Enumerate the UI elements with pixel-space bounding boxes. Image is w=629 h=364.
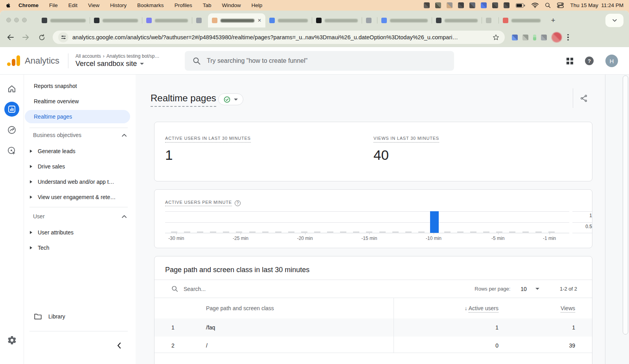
extension-icon-2[interactable] — [522, 35, 528, 40]
browser-tab-2[interactable] — [90, 13, 142, 27]
table-search-input[interactable]: Search... — [171, 285, 206, 292]
breadcrumb-all-accounts[interactable]: All accounts — [75, 53, 101, 59]
expand-arrow-icon[interactable] — [30, 180, 32, 183]
ga-search-bar[interactable]: Try searching "how to create funnel" — [185, 51, 454, 71]
menubar-item-file[interactable]: File — [49, 2, 58, 8]
menubar-item-view[interactable]: View — [88, 2, 99, 8]
browser-tab-1[interactable] — [38, 13, 90, 27]
status-app-icon-8[interactable] — [504, 2, 509, 8]
breadcrumb-account[interactable]: Analytics testing bot/sp… — [107, 53, 160, 59]
control-center-icon[interactable] — [557, 2, 564, 8]
explore-icon[interactable] — [4, 123, 19, 137]
browser-menu-icon[interactable] — [567, 34, 569, 41]
browser-tab-3[interactable] — [142, 13, 192, 27]
spotlight-search-icon[interactable] — [545, 2, 551, 8]
advertising-icon[interactable] — [4, 143, 19, 158]
browser-tab-6[interactable] — [265, 13, 312, 27]
table-row-1[interactable]: 1/faq11 — [154, 318, 592, 337]
extension-icon-1[interactable] — [512, 35, 518, 40]
sidebar-item-drive-sales[interactable]: Drive sales — [30, 163, 65, 170]
sidebar-item-realtime-overview[interactable]: Realtime overview — [25, 95, 130, 108]
home-icon[interactable] — [4, 81, 19, 96]
expand-arrow-icon[interactable] — [30, 246, 32, 249]
sidebar-item-understand-web-and-or-app-t-[interactable]: Understand web and/or app t… — [30, 179, 114, 185]
rows-per-page-value[interactable]: 10 — [520, 286, 527, 292]
browser-tab-4[interactable] — [192, 13, 208, 27]
expand-arrow-icon[interactable] — [30, 196, 32, 199]
admin-gear-icon[interactable] — [4, 333, 19, 348]
address-bar[interactable]: analytics.google.com/analytics/web/?auth… — [53, 31, 505, 44]
extension-icons[interactable] — [512, 32, 562, 42]
expand-arrow-icon[interactable] — [30, 231, 32, 234]
tab-close-icon[interactable]: ✕ — [257, 18, 261, 23]
forward-button[interactable] — [20, 32, 31, 43]
browser-tab-10[interactable] — [432, 13, 482, 27]
status-app-icon-3[interactable] — [447, 2, 452, 8]
status-app-icon-5[interactable] — [469, 2, 475, 8]
window-controls[interactable] — [6, 18, 27, 22]
sidebar-item-view-user-engagement-rete-[interactable]: View user engagement & rete… — [30, 194, 116, 200]
google-apps-grid-icon[interactable] — [566, 58, 573, 64]
extension-icon-4[interactable] — [541, 35, 547, 40]
menubar-status-app-icons[interactable] — [424, 2, 509, 8]
bookmark-star-icon[interactable] — [493, 34, 499, 41]
section-header-user[interactable]: User — [33, 213, 127, 219]
property-selector[interactable]: Vercel sandbox site — [75, 60, 159, 68]
menubar-item-edit[interactable]: Edit — [68, 2, 77, 8]
browser-tab-8[interactable] — [362, 13, 377, 27]
sidebar-item-reports-snapshot[interactable]: Reports snapshot — [25, 79, 130, 93]
sidebar-item-generate-leads[interactable]: Generate leads — [30, 148, 75, 154]
menubar-item-bookmarks[interactable]: Bookmarks — [137, 2, 164, 8]
browser-tab-9[interactable] — [377, 13, 432, 27]
share-icon[interactable] — [578, 93, 589, 104]
close-window-button[interactable] — [6, 18, 11, 22]
browser-tab-7[interactable] — [312, 13, 362, 27]
menubar-item-profiles[interactable]: Profiles — [175, 2, 192, 8]
analytics-logo-icon[interactable] — [7, 55, 20, 66]
new-tab-button[interactable]: + — [548, 15, 559, 26]
status-app-icon-6[interactable] — [481, 2, 487, 8]
collapse-nav-button[interactable] — [114, 340, 125, 351]
expand-arrow-icon[interactable] — [30, 150, 32, 153]
breadcrumb[interactable]: All accounts › Analytics testing bot/sp… — [75, 53, 159, 59]
status-app-icon-7[interactable] — [492, 2, 498, 8]
browser-tab-5-active[interactable]: ✕ — [208, 13, 265, 27]
menubar-item-help[interactable]: Help — [251, 2, 262, 8]
column-header-page-path[interactable]: Page path and screen class — [189, 305, 394, 311]
sidebar-item-tech[interactable]: Tech — [30, 245, 50, 251]
chart-title[interactable]: ACTIVE USERS PER MINUTE — [165, 200, 232, 206]
table-row-2[interactable]: 2/039 — [154, 337, 592, 355]
url-text[interactable]: analytics.google.com/analytics/web/?auth… — [72, 34, 489, 40]
column-header-active-users[interactable]: ↓ Active users — [394, 305, 498, 311]
collapse-section-icon[interactable] — [122, 134, 127, 137]
active-users-label[interactable]: ACTIVE USERS IN LAST 30 MINUTES — [165, 136, 251, 143]
account-breadcrumb-block[interactable]: All accounts › Analytics testing bot/sp…… — [75, 53, 159, 68]
browser-tab-11[interactable] — [482, 13, 498, 27]
zoom-window-button[interactable] — [22, 18, 27, 22]
back-button[interactable] — [5, 32, 16, 43]
report-status-pill[interactable] — [218, 93, 243, 105]
minimize-window-button[interactable] — [14, 18, 19, 22]
extension-icon-3[interactable] — [533, 35, 536, 40]
browser-tab-12[interactable] — [499, 13, 544, 27]
rows-per-page-caret-icon[interactable] — [535, 288, 539, 290]
status-app-icon-1[interactable] — [424, 2, 430, 8]
status-app-icon-2[interactable] — [435, 2, 441, 8]
site-settings-icon[interactable] — [58, 32, 68, 42]
sidebar-item-realtime-pages[interactable]: Realtime pages — [25, 110, 130, 123]
sidebar-item-library[interactable]: Library — [34, 313, 65, 320]
status-app-icon-4[interactable] — [458, 2, 464, 8]
reload-button[interactable] — [36, 32, 47, 43]
menubar-item-window[interactable]: Window — [222, 2, 241, 8]
section-header-business-objectives[interactable]: Business objectives — [33, 132, 127, 138]
expand-arrow-icon[interactable] — [30, 165, 32, 168]
help-icon[interactable]: ? — [585, 57, 594, 65]
views-label[interactable]: VIEWS IN LAST 30 MINUTES — [373, 136, 439, 143]
column-header-views[interactable]: Views — [498, 305, 575, 311]
reports-icon-selected[interactable] — [4, 102, 19, 117]
browser-profile-avatar[interactable] — [552, 32, 562, 42]
chart-bar--10min[interactable] — [430, 211, 439, 233]
menubar-item-chrome[interactable]: Chrome — [18, 2, 39, 8]
apple-menu-icon[interactable] — [6, 2, 11, 9]
collapse-section-icon[interactable] — [122, 215, 127, 218]
